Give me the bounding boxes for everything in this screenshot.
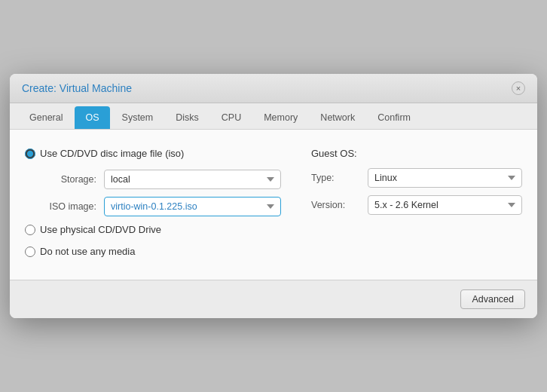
tab-bar: General OS System Disks CPU Memory Netwo… <box>10 103 537 130</box>
guest-os-title: Guest OS: <box>311 148 522 159</box>
tab-system[interactable]: System <box>112 106 164 129</box>
storage-select[interactable]: local <box>104 170 281 189</box>
physical-option-label[interactable]: Use physical CD/DVD Drive <box>40 224 161 235</box>
storage-label: Storage: <box>40 174 96 185</box>
iso-option-row: Use CD/DVD disc image file (iso) <box>25 148 281 159</box>
close-button[interactable]: × <box>512 81 525 95</box>
dialog-footer: Advanced <box>10 280 537 318</box>
os-version-row: Version: 5.x - 2.6 Kernel <box>311 195 522 215</box>
tab-confirm[interactable]: Confirm <box>367 106 421 129</box>
media-panel: Use CD/DVD disc image file (iso) Storage… <box>25 148 281 268</box>
title-bar: Create: Virtual Machine × <box>10 74 537 103</box>
guest-os-panel: Guest OS: Type: Linux Version: 5.x - 2.6… <box>311 148 522 268</box>
physical-radio[interactable] <box>25 225 35 235</box>
no-media-option-label[interactable]: Do not use any media <box>40 246 135 257</box>
storage-row: Storage: local <box>40 170 281 189</box>
iso-radio[interactable] <box>25 149 35 159</box>
os-type-label: Type: <box>311 173 360 183</box>
no-media-radio[interactable] <box>25 247 35 257</box>
advanced-button[interactable]: Advanced <box>460 289 525 309</box>
os-version-label: Version: <box>311 200 360 210</box>
tab-disks[interactable]: Disks <box>165 106 209 129</box>
tab-content: Use CD/DVD disc image file (iso) Storage… <box>10 130 537 280</box>
close-icon: × <box>516 84 521 93</box>
tab-cpu[interactable]: CPU <box>211 106 252 129</box>
os-section: Use CD/DVD disc image file (iso) Storage… <box>25 148 522 268</box>
create-vm-dialog: Create: Virtual Machine × General OS Sys… <box>10 74 537 318</box>
tab-memory[interactable]: Memory <box>253 106 308 129</box>
no-media-option-row: Do not use any media <box>25 246 281 257</box>
iso-option-label[interactable]: Use CD/DVD disc image file (iso) <box>40 148 184 159</box>
physical-option-row: Use physical CD/DVD Drive <box>25 224 281 235</box>
os-version-select[interactable]: 5.x - 2.6 Kernel <box>368 195 522 215</box>
os-type-row: Type: Linux <box>311 168 522 188</box>
iso-label: ISO image: <box>40 201 96 212</box>
iso-image-select[interactable]: virtio-win-0.1.225.iso <box>104 197 281 216</box>
tab-network[interactable]: Network <box>310 106 365 129</box>
os-type-select[interactable]: Linux <box>368 168 522 188</box>
dialog-title: Create: Virtual Machine <box>22 82 132 94</box>
tab-general[interactable]: General <box>19 106 73 129</box>
iso-image-row: ISO image: virtio-win-0.1.225.iso <box>40 197 281 216</box>
tab-os[interactable]: OS <box>75 106 109 129</box>
